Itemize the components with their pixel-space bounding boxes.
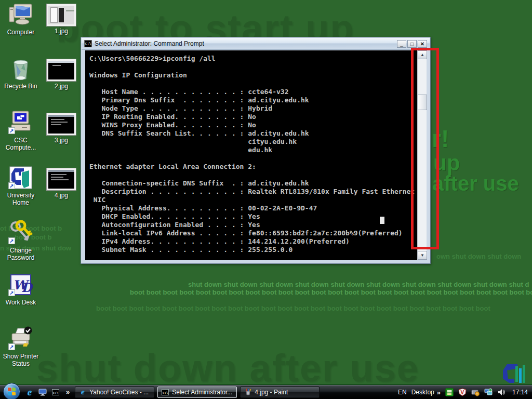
console-cursor xyxy=(380,217,384,224)
desktop-icon-change-password[interactable]: ➚ Change Password xyxy=(1,220,41,261)
desktop-icon-university-home[interactable]: ➚ University Home xyxy=(1,165,41,206)
wallpaper-row-boot: boot boot boot boot boot boot boot boot … xyxy=(130,288,532,296)
printer-icon: ➚ xyxy=(8,326,33,351)
desktop-icon-label: Computer xyxy=(1,29,41,36)
maximize-button[interactable]: □ xyxy=(407,40,417,48)
taskbar-clock[interactable]: 17:14 xyxy=(512,389,528,396)
desktop-icon-computer[interactable]: Computer xyxy=(1,2,41,36)
desktop-icon-label: Work Desk xyxy=(1,299,41,306)
shortcut-arrow-icon: ➚ xyxy=(8,182,15,189)
tray-security-alert-icon[interactable]: ! xyxy=(471,388,480,396)
desktop-icon-label: Recycle Bin xyxy=(1,83,41,90)
svg-text:D: D xyxy=(21,280,33,295)
wallpaper-frag-right: own shut down shut down xyxy=(436,252,521,260)
wallpaper-text-shut-down-after-use: shut down after use xyxy=(36,346,419,390)
desktop-icon-1jpg[interactable]: 1.jpg xyxy=(41,4,82,35)
desktop-icon-show-printer-status[interactable]: ➚ Show Printer Status xyxy=(1,326,41,367)
console-output[interactable]: C:\Users\50666229>ipconfig /all Windows … xyxy=(85,50,418,260)
desktop-icon-recycle-bin[interactable]: Recycle Bin xyxy=(1,56,41,90)
scrollbar-down-arrow-icon[interactable]: ▼ xyxy=(418,251,427,260)
window-title: Select Administrator: Command Prompt xyxy=(95,40,396,47)
tray-antivirus-shield-icon[interactable]: V xyxy=(458,388,467,396)
shortcut-arrow-icon: ➚ xyxy=(8,237,15,244)
desktop-icon-label: University Home xyxy=(1,192,41,206)
desktop-icon-label: 3.jpg xyxy=(41,137,82,144)
desktop-icon-label: 4.jpg xyxy=(41,192,82,199)
minimize-button[interactable]: _ xyxy=(397,40,406,48)
task-buttons: e Yahoo! GeoCities - ... c:\ Select Admi… xyxy=(75,387,320,398)
quicklaunch-overflow-chevron[interactable]: » xyxy=(66,388,70,396)
desktop-toolbar-label[interactable]: Desktop xyxy=(411,389,434,396)
wallpaper-row-shutdown: shut down shut down shut down shut down … xyxy=(188,281,529,288)
desktop-icon-label: 1.jpg xyxy=(41,28,82,35)
desktop-icon-4jpg[interactable]: 4.jpg xyxy=(41,168,82,199)
language-indicator[interactable]: EN xyxy=(398,389,407,396)
internet-explorer-icon: e xyxy=(78,388,87,396)
desktop-icon-2jpg[interactable]: 2.jpg xyxy=(41,59,82,90)
shortcut-arrow-icon: ➚ xyxy=(8,289,15,296)
image-thumbnail xyxy=(47,113,76,135)
shortcut-arrow-icon: ➚ xyxy=(8,127,15,134)
taskbar-button-label: 4.jpg - Paint xyxy=(255,389,288,396)
desktop-icon-label: CSC Compute... xyxy=(1,137,41,151)
desktop-icon-csc-computer[interactable]: ➚ CSC Compute... xyxy=(1,110,41,151)
show-desktop-icon[interactable] xyxy=(38,388,47,397)
work-desk-icon: W D ➚ xyxy=(8,272,33,297)
desktop-icon-label: Change Password xyxy=(1,247,41,261)
recycle-bin-icon xyxy=(8,56,33,81)
desktop-icon-work-desk[interactable]: W D ➚ Work Desk xyxy=(1,272,41,306)
shortcut-arrow-icon: ➚ xyxy=(8,343,15,350)
image-thumbnail xyxy=(47,59,76,81)
windows-logo-icon xyxy=(8,388,16,396)
svg-text:V: V xyxy=(460,390,464,395)
command-prompt-window: c:\ Select Administrator: Command Prompt… xyxy=(81,37,431,264)
internet-explorer-icon[interactable]: e xyxy=(25,388,34,397)
quick-launch-bar: e c:\ » xyxy=(25,388,70,397)
taskbar: e c:\ » e Yahoo! GeoCities - ... c:\ Sel… xyxy=(0,384,532,399)
close-button[interactable]: ✕ xyxy=(418,40,427,48)
csc-computer-icon: ➚ xyxy=(8,110,33,135)
svg-text:!: ! xyxy=(476,392,477,396)
taskbar-button-yahoo-geocities[interactable]: e Yahoo! GeoCities - ... xyxy=(75,387,154,398)
taskbar-button-select-administrator[interactable]: c:\ Select Administrator... xyxy=(157,387,237,398)
cityu-logo xyxy=(502,363,526,384)
command-prompt-icon: c:\ xyxy=(161,388,169,396)
desktop-toolbar-chevron[interactable]: » xyxy=(437,389,441,396)
annotation-red-rectangle xyxy=(411,48,439,249)
wallpaper-row-boot-2: boot boot boot boot boot boot boot boot … xyxy=(96,304,490,312)
computer-icon xyxy=(8,2,33,27)
taskbar-button-label: Yahoo! GeoCities - ... xyxy=(89,389,149,396)
keys-icon: ➚ xyxy=(8,220,33,245)
image-thumbnail xyxy=(47,4,76,26)
paint-icon xyxy=(244,388,252,396)
desktop-icon-3jpg[interactable]: 3.jpg xyxy=(41,113,82,144)
taskbar-button-label: Select Administrator... xyxy=(172,389,232,396)
console-text: C:\Users\50666229>ipconfig /all Windows … xyxy=(89,55,415,254)
tray-network-icon[interactable] xyxy=(484,388,493,396)
notification-area: EN Desktop » V ! 17:14 xyxy=(398,385,532,399)
desktop-icon-label: 2.jpg xyxy=(41,83,82,90)
cmd-window-icon: c:\ xyxy=(84,40,92,47)
tray-volume-icon[interactable] xyxy=(497,388,506,396)
image-thumbnail xyxy=(47,168,76,190)
university-home-icon: ➚ xyxy=(8,165,33,190)
desktop-icon-label: Show Printer Status xyxy=(1,353,41,367)
wallpaper-fragment-after-use: after use xyxy=(432,172,519,195)
window-titlebar[interactable]: c:\ Select Administrator: Command Prompt… xyxy=(82,38,430,50)
command-prompt-quicklaunch-icon[interactable]: c:\ xyxy=(51,388,60,397)
start-button[interactable] xyxy=(3,383,20,399)
tray-app-icon[interactable] xyxy=(445,388,454,396)
taskbar-button-paint[interactable]: 4.jpg - Paint xyxy=(240,387,320,398)
